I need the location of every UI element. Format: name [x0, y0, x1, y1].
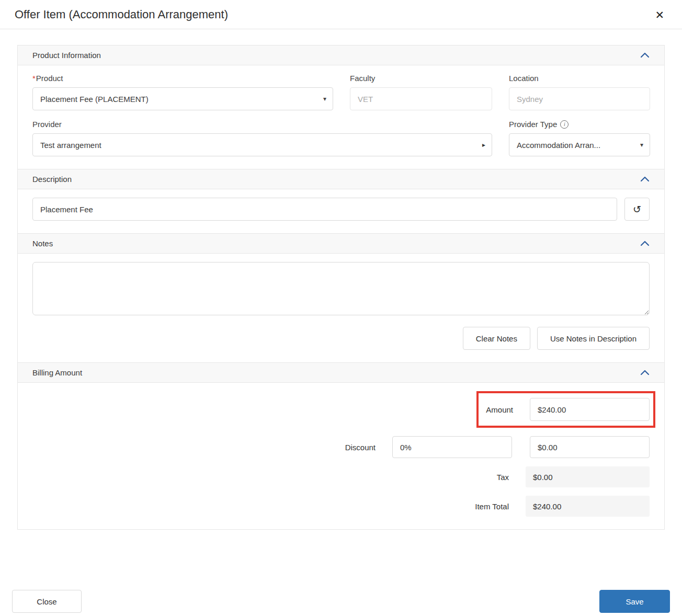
discount-percent-input[interactable]: [392, 436, 512, 458]
clear-notes-button[interactable]: Clear Notes: [463, 327, 530, 350]
notes-body: Clear Notes Use Notes in Description: [18, 254, 664, 362]
section-header-product-information[interactable]: Product Information: [18, 45, 664, 65]
section-notes: Notes Clear Notes Use Notes in Descripti…: [17, 233, 665, 362]
chevron-up-icon[interactable]: [640, 52, 650, 58]
save-button[interactable]: Save: [599, 590, 670, 613]
info-icon[interactable]: i: [560, 120, 569, 129]
discount-label: Discount: [345, 443, 376, 452]
discount-row: Discount: [345, 436, 650, 458]
location-label: Location: [509, 74, 650, 83]
product-select[interactable]: [32, 87, 333, 110]
tax-value: $0.00: [526, 466, 650, 487]
modal-footer: Close Save: [0, 590, 682, 613]
section-title: Product Information: [32, 51, 101, 60]
item-total-value: $240.00: [526, 496, 650, 517]
chevron-up-icon[interactable]: [640, 241, 650, 246]
section-description: Description ↺: [17, 169, 665, 233]
amount-label: Amount: [486, 405, 513, 414]
section-title: Billing Amount: [32, 368, 82, 377]
chevron-up-icon[interactable]: [640, 176, 650, 182]
item-total-row: Item Total $240.00: [475, 496, 650, 517]
restore-description-button[interactable]: ↺: [624, 198, 650, 221]
chevron-up-icon[interactable]: [640, 370, 650, 375]
faculty-label: Faculty: [350, 74, 492, 83]
provider-field-group: Provider ▸: [32, 120, 492, 156]
faculty-field-group: Faculty: [350, 74, 492, 110]
product-information-body: *Product ▾ Faculty Location: [18, 65, 664, 169]
provider-type-select[interactable]: [509, 133, 650, 156]
amount-input[interactable]: [530, 398, 650, 421]
notes-textarea[interactable]: [32, 262, 650, 315]
description-body: ↺: [18, 189, 664, 233]
billing-body: Amount Discount Tax $0.00 Item Total $24…: [18, 383, 664, 529]
description-input[interactable]: [32, 198, 617, 221]
modal-header: Offer Item (Accommodation Arrangement) ✕: [0, 0, 682, 29]
location-field-group: Location: [509, 74, 650, 110]
product-label: *Product: [32, 74, 333, 83]
section-header-notes[interactable]: Notes: [18, 234, 664, 254]
section-billing-amount: Billing Amount Amount Discount: [17, 362, 665, 530]
tax-row: Tax $0.00: [497, 466, 650, 487]
provider-label: Provider: [32, 120, 492, 129]
provider-type-field-group: Provider Type i ▾: [509, 120, 650, 156]
section-title: Description: [32, 175, 72, 184]
section-header-billing-amount[interactable]: Billing Amount: [18, 363, 664, 383]
faculty-field: [350, 87, 492, 110]
section-header-description[interactable]: Description: [18, 169, 664, 189]
required-asterisk: *: [32, 74, 36, 83]
close-icon[interactable]: ✕: [652, 8, 667, 21]
location-field: [509, 87, 650, 110]
section-title: Notes: [32, 239, 53, 248]
use-notes-in-description-button[interactable]: Use Notes in Description: [537, 327, 650, 350]
tax-label: Tax: [497, 473, 509, 482]
modal-title: Offer Item (Accommodation Arrangement): [15, 8, 228, 21]
product-field-group: *Product ▾: [32, 74, 333, 110]
item-total-label: Item Total: [475, 502, 509, 511]
discount-amount-input[interactable]: [530, 436, 650, 458]
close-button[interactable]: Close: [12, 590, 82, 613]
provider-field[interactable]: [32, 133, 492, 156]
chevron-right-icon[interactable]: ▸: [482, 141, 485, 149]
modal-body: Product Information *Product ▾ Faculty: [17, 45, 665, 530]
amount-highlight-box: Amount: [476, 391, 655, 428]
section-product-information: Product Information *Product ▾ Faculty: [17, 45, 665, 169]
provider-type-label: Provider Type i: [509, 120, 650, 129]
restore-icon: ↺: [633, 203, 641, 215]
